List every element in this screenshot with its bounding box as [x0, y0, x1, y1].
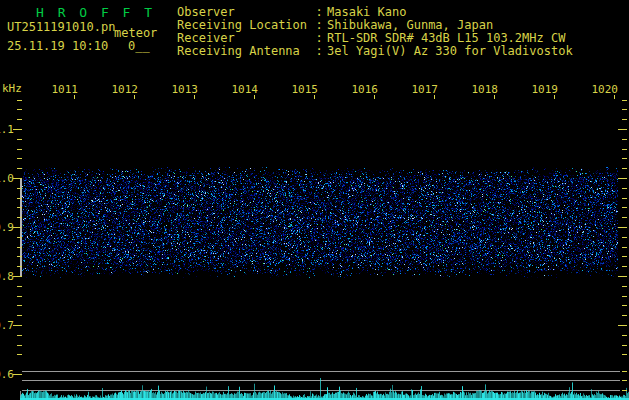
tick-mark: [622, 100, 627, 101]
signal-level-trace: [20, 374, 629, 400]
tick-mark: [74, 95, 75, 99]
tick-mark: [622, 390, 627, 391]
tick-mark: [17, 345, 22, 346]
tick-mark: [17, 198, 22, 199]
field-row-antenna: Receiving Antenna:3el Yagi(V) Az 330 for…: [177, 44, 573, 57]
x-tick-label: 1015: [284, 83, 318, 96]
tick-mark: [17, 286, 22, 287]
field-row-receiver: Receiver:RTL-SDR SDR# 43dB L15 103.2MHz …: [177, 31, 573, 44]
tick-mark: [17, 119, 22, 120]
field-separator: :: [311, 31, 327, 44]
tick-mark: [622, 198, 627, 199]
field-label: Receiving Location: [177, 18, 311, 31]
tick-mark: [622, 335, 627, 336]
metadata-fields: Observer:Masaki Kano Receiving Location:…: [177, 5, 573, 57]
tick-mark: [17, 266, 22, 267]
x-tick-label: 1011: [44, 83, 78, 96]
tick-mark: [134, 95, 135, 99]
tick-mark: [618, 227, 627, 228]
tick-mark: [622, 286, 627, 287]
x-tick-label: 1020: [584, 83, 618, 96]
tick-mark: [17, 139, 22, 140]
tick-mark: [17, 315, 22, 316]
y-tick-label: 0.9: [0, 221, 14, 234]
tick-mark: [13, 374, 22, 375]
x-axis-time-labels: 1011 1012 1013 1014 1015 1016 1017 1018 …: [0, 83, 629, 95]
tick-mark: [618, 129, 627, 130]
y-tick-label: 0.7: [0, 319, 14, 332]
field-value: 3el Yagi(V) Az 330 for Vladivostok: [327, 44, 573, 57]
tick-mark: [622, 305, 627, 306]
tick-mark: [17, 217, 22, 218]
tick-mark: [622, 266, 627, 267]
tick-mark: [17, 149, 22, 150]
field-separator: :: [311, 44, 327, 57]
tick-mark: [622, 247, 627, 248]
tick-mark: [314, 95, 315, 99]
x-tick-label: 1018: [464, 83, 498, 96]
tick-mark: [13, 276, 22, 277]
tick-mark: [622, 149, 627, 150]
y-tick-label: 1.0: [0, 172, 14, 185]
tick-mark: [17, 247, 22, 248]
tick-mark: [622, 109, 627, 110]
field-value: Shibukawa, Gunma, Japan: [327, 18, 493, 31]
observation-datetime: 25.11.19 10:10: [7, 40, 108, 53]
field-row-observer: Observer:Masaki Kano: [177, 5, 573, 18]
tick-mark: [622, 380, 627, 381]
tick-mark: [374, 95, 375, 99]
x-tick-label: 1017: [404, 83, 438, 96]
tick-mark: [622, 296, 627, 297]
tick-mark: [614, 95, 615, 99]
tick-mark: [622, 354, 627, 355]
field-label: Receiving Antenna: [177, 44, 311, 57]
x-tick-label: 1012: [104, 83, 138, 96]
spectrogram-noise-band: [22, 160, 618, 285]
tick-mark: [618, 325, 627, 326]
tick-mark: [494, 95, 495, 99]
tick-mark: [17, 256, 22, 257]
tick-mark: [17, 207, 22, 208]
tick-mark: [194, 95, 195, 99]
tick-mark: [554, 95, 555, 99]
tick-mark: [618, 178, 627, 179]
field-value: Masaki Kano: [327, 5, 406, 18]
tick-mark: [622, 371, 627, 372]
tick-mark: [622, 345, 627, 346]
x-tick-label: 1016: [344, 83, 378, 96]
tick-mark: [17, 335, 22, 336]
y-tick-label: 1.1: [0, 123, 14, 136]
output-filename: UT2511191010.pn: [7, 21, 115, 34]
tick-mark: [622, 188, 627, 189]
field-row-location: Receiving Location:Shibukawa, Gunma, Jap…: [177, 18, 573, 31]
tick-mark: [13, 325, 22, 326]
tick-mark: [622, 207, 627, 208]
x-tick-label: 1013: [164, 83, 198, 96]
hrofft-window: H R O F F T UT2511191010.pn meteor 25.11…: [0, 0, 629, 400]
tick-mark: [254, 95, 255, 99]
app-title: H R O F F T: [36, 5, 155, 20]
tick-mark: [17, 305, 22, 306]
tick-mark: [17, 109, 22, 110]
tick-mark: [17, 296, 22, 297]
tick-mark: [622, 168, 627, 169]
tick-mark: [622, 237, 627, 238]
tick-mark: [17, 168, 22, 169]
tick-mark: [17, 237, 22, 238]
field-label: Observer: [177, 5, 311, 18]
echo-counter: 0__: [128, 40, 150, 53]
tick-mark: [17, 188, 22, 189]
tick-mark: [13, 129, 22, 130]
tick-mark: [17, 158, 22, 159]
field-separator: :: [311, 5, 327, 18]
tick-mark: [434, 95, 435, 99]
tick-mark: [622, 139, 627, 140]
y-tick-label: 0.6: [0, 368, 14, 381]
tick-mark: [13, 178, 22, 179]
tick-mark: [622, 119, 627, 120]
tick-mark: [622, 256, 627, 257]
x-tick-label: 1019: [524, 83, 558, 96]
field-separator: :: [311, 18, 327, 31]
tick-mark: [618, 276, 627, 277]
y-tick-label: 0.8: [0, 270, 14, 283]
